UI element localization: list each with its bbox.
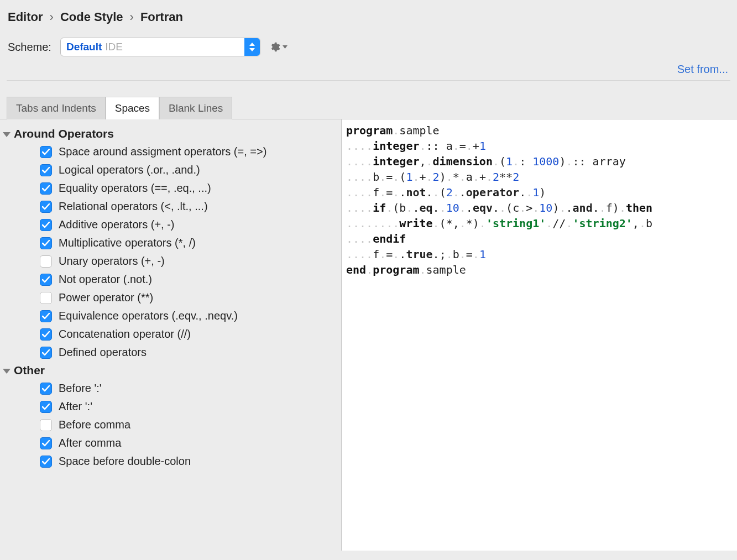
option-row: Defined operators: [2, 343, 338, 362]
breadcrumb-item[interactable]: Editor: [8, 10, 43, 24]
tab-tabs-and-indents[interactable]: Tabs and Indents: [7, 97, 106, 119]
option-label: After comma: [59, 437, 121, 449]
option-label: Space before double-colon: [59, 455, 191, 468]
scheme-label: Scheme:: [8, 41, 51, 54]
gear-button[interactable]: [269, 41, 288, 53]
tab-spaces[interactable]: Spaces: [106, 97, 159, 119]
breadcrumb: Editor › Code Style › Fortran: [8, 10, 729, 24]
option-label: Multiplicative operators (*, /): [59, 237, 196, 249]
section-title: Around Operators: [14, 127, 114, 140]
option-row: Additive operators (+, -): [2, 216, 338, 234]
option-label: Before ':': [59, 382, 102, 395]
section-header[interactable]: Around Operators: [2, 125, 338, 143]
scheme-suffix: IDE: [105, 41, 123, 53]
checkbox[interactable]: [40, 219, 52, 231]
chevron-right-icon: ›: [130, 10, 134, 24]
option-label: Relational operators (<, .lt., ...): [59, 200, 208, 213]
option-row: After ':': [2, 397, 338, 416]
option-row: Equality operators (==, .eq., ...): [2, 179, 338, 197]
checkbox[interactable]: [40, 437, 52, 449]
set-from-link[interactable]: Set from...: [677, 63, 728, 76]
option-row: Not operator (.not.): [2, 270, 338, 289]
option-row: Concatenation operator (//): [2, 325, 338, 343]
option-label: Defined operators: [59, 346, 147, 359]
chevron-down-icon: [283, 45, 288, 49]
tabs: Tabs and IndentsSpacesBlank Lines: [0, 96, 737, 119]
checkbox[interactable]: [40, 255, 52, 268]
section-header[interactable]: Other: [2, 362, 338, 379]
checkbox[interactable]: [40, 274, 52, 286]
checkbox[interactable]: [40, 310, 52, 322]
checkbox[interactable]: [40, 419, 52, 431]
chevron-down-icon: [3, 132, 11, 137]
scheme-select[interactable]: Default IDE: [60, 38, 260, 56]
option-row: Equivalence operators (.eqv., .neqv.): [2, 307, 338, 325]
checkbox[interactable]: [40, 182, 52, 195]
checkbox[interactable]: [40, 383, 52, 395]
options-panel: Around OperatorsSpace around assigment o…: [0, 119, 342, 551]
option-label: Additive operators (+, -): [59, 218, 175, 231]
option-row: Unary operators (+, -): [2, 252, 338, 270]
checkbox[interactable]: [40, 237, 52, 249]
breadcrumb-item[interactable]: Code Style: [60, 10, 123, 24]
chevron-down-icon: [3, 369, 11, 374]
checkbox[interactable]: [40, 201, 52, 213]
option-row: Before ':': [2, 379, 338, 397]
option-label: Unary operators (+, -): [59, 255, 165, 268]
option-label: Logical operators (.or., .and.): [59, 164, 200, 176]
tab-blank-lines[interactable]: Blank Lines: [159, 97, 232, 119]
breadcrumb-item: Fortran: [140, 10, 183, 24]
option-label: Space around assigment operators (=, =>): [59, 145, 266, 158]
option-row: Power operator (**): [2, 289, 338, 307]
option-row: Before comma: [2, 416, 338, 434]
option-row: After comma: [2, 434, 338, 452]
checkbox[interactable]: [40, 146, 52, 158]
checkbox[interactable]: [40, 292, 52, 304]
scheme-value: Default: [66, 41, 102, 53]
option-label: Before comma: [59, 418, 130, 431]
section-title: Other: [14, 364, 45, 377]
option-label: Equivalence operators (.eqv., .neqv.): [59, 310, 238, 322]
checkbox[interactable]: [40, 347, 52, 359]
option-label: Not operator (.not.): [59, 273, 152, 286]
option-label: Power operator (**): [59, 291, 153, 304]
chevron-right-icon: ›: [50, 10, 54, 24]
checkbox[interactable]: [40, 328, 52, 341]
stepper-icon[interactable]: [244, 38, 260, 56]
option-label: Equality operators (==, .eq., ...): [59, 182, 211, 195]
checkbox[interactable]: [40, 456, 52, 468]
divider: [7, 80, 730, 81]
checkbox[interactable]: [40, 164, 52, 176]
code-preview: program.sample ....integer.:: a.=.+1 ...…: [342, 119, 737, 551]
gear-icon: [269, 41, 280, 53]
option-row: Logical operators (.or., .and.): [2, 161, 338, 179]
option-label: After ':': [59, 400, 92, 413]
option-row: Relational operators (<, .lt., ...): [2, 197, 338, 216]
option-row: Space before double-colon: [2, 452, 338, 470]
option-row: Multiplicative operators (*, /): [2, 234, 338, 252]
option-label: Concatenation operator (//): [59, 328, 191, 341]
checkbox[interactable]: [40, 401, 52, 413]
option-row: Space around assigment operators (=, =>): [2, 143, 338, 161]
